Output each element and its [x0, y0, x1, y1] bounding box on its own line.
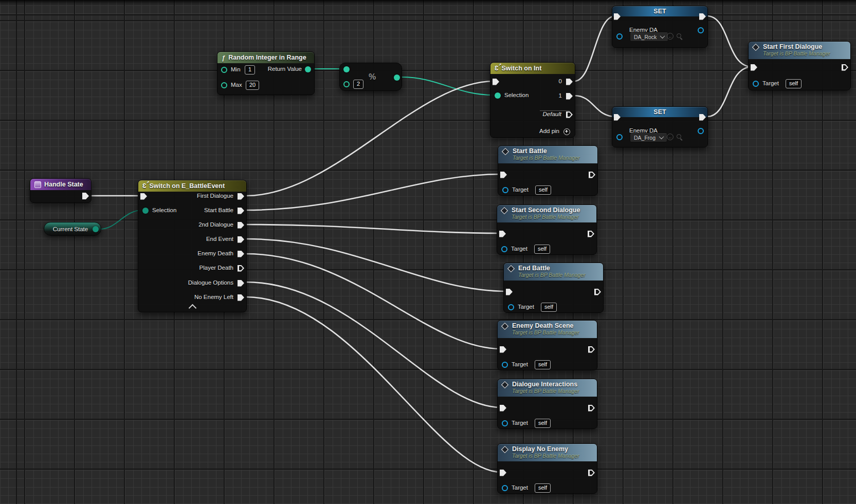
value-in-pin[interactable] [616, 33, 623, 40]
node-header: Start Second Dialogue Target is BP Battl… [497, 205, 596, 222]
target-pin[interactable] [502, 362, 508, 368]
target-label: Target [512, 361, 528, 367]
exec-out-pin-no-enemy-left[interactable] [238, 294, 244, 301]
exec-out-pin-player-death[interactable] [238, 265, 244, 272]
wire-startbattle-case[interactable] [246, 174, 502, 210]
exec-out-pin[interactable] [594, 289, 601, 295]
wire-firstdialogue-to-switchint[interactable] [246, 81, 494, 196]
use-selected-icon[interactable]: ← [667, 33, 673, 40]
value-in-pin[interactable] [616, 134, 623, 140]
target-pin[interactable] [502, 420, 508, 426]
max-value-box[interactable]: 20 [246, 81, 259, 90]
node-dialogue-interactions[interactable]: Dialogue Interactions Target is BP Battl… [497, 379, 597, 429]
exec-in-pin[interactable] [140, 193, 147, 200]
exec-out-pin[interactable] [588, 231, 594, 237]
selection-pin[interactable] [495, 92, 501, 99]
exec-out-pin-0[interactable] [566, 79, 573, 85]
exec-in-pin[interactable] [499, 231, 506, 237]
exec-in-pin[interactable] [500, 172, 507, 178]
target-pin[interactable] [508, 304, 514, 310]
collapse-chevron-icon[interactable] [189, 304, 197, 312]
modulo-a-pin[interactable] [343, 66, 350, 72]
exec-in-pin[interactable] [614, 114, 621, 121]
exec-out-pin[interactable] [699, 114, 706, 121]
exec-out-pin[interactable] [699, 13, 706, 20]
exec-out-pin[interactable] [588, 470, 595, 476]
node-switch-on-int[interactable]: Ɛ Switch on Int Selection 0 1 Default Ad… [490, 62, 575, 138]
target-value-box[interactable]: self [535, 419, 551, 428]
wire-switchint0-to-set-rock[interactable] [574, 16, 615, 81]
value-out-pin[interactable] [698, 27, 704, 33]
node-display-no-enemy[interactable]: Display No Enemy Target is BP Battle Man… [497, 443, 597, 494]
wire-noenemyleft-case[interactable] [246, 297, 501, 472]
use-selected-icon[interactable]: ← [667, 134, 673, 140]
target-value-box[interactable]: self [535, 360, 551, 369]
exec-in-pin[interactable] [500, 470, 506, 476]
exec-out-pin-dialogue-options[interactable] [238, 280, 244, 287]
max-pin[interactable] [221, 82, 227, 88]
target-value-box[interactable]: self [541, 303, 557, 312]
exec-out-pin[interactable] [588, 346, 595, 353]
node-start-first-dialogue[interactable]: Start First Dialogue Target is BP Battle… [748, 41, 851, 90]
node-random-integer-in-range[interactable]: ƒ Random Integer in Range Min 1 Max 20 R… [217, 51, 315, 95]
browse-icon[interactable] [676, 33, 683, 40]
target-value-box[interactable]: self [535, 185, 551, 195]
wire-2nddialogue-case[interactable] [246, 225, 501, 233]
node-enemy-death-scene[interactable]: Enemy Death Scene Target is BP Battle Ma… [497, 320, 597, 370]
target-value-box[interactable]: self [786, 79, 802, 88]
modulo-out-pin[interactable] [394, 74, 400, 81]
wire-set-rock-to-startfirstdialogue[interactable] [707, 16, 752, 67]
add-pin-icon[interactable] [563, 128, 570, 135]
selection-pin[interactable] [142, 208, 149, 214]
exec-out-pin-2nd-dialogue[interactable] [238, 222, 244, 229]
target-value-box[interactable]: self [535, 483, 551, 493]
target-pin[interactable] [753, 81, 759, 87]
exec-out-pin-enemy-death[interactable] [238, 251, 244, 257]
node-start-second-dialogue[interactable]: Start Second Dialogue Target is BP Battl… [497, 204, 597, 255]
node-end-battle[interactable]: End Battle Target is BP Battle Manager T… [503, 263, 604, 313]
blueprint-graph-canvas[interactable]: Handle State Current State Ɛ Switch on E… [0, 0, 856, 504]
node-set-enemy-da-frog[interactable]: SET Enemy DA DA_Frog ← [612, 106, 708, 147]
browse-icon[interactable] [676, 134, 683, 141]
target-pin[interactable] [502, 187, 508, 193]
modulo-b-value-box[interactable]: 2 [353, 80, 363, 89]
exec-in-pin[interactable] [751, 64, 757, 71]
return-value-pin[interactable] [305, 66, 311, 72]
node-start-battle[interactable]: Start Battle Target is BP Battle Manager… [498, 145, 598, 196]
exec-in-pin[interactable] [614, 13, 621, 20]
value-out-pin[interactable] [698, 128, 704, 134]
variable-out-pin[interactable] [93, 226, 99, 232]
exec-out-pin-first-dialogue[interactable] [238, 193, 244, 200]
wire-dialogueoptions-case[interactable] [246, 282, 501, 407]
wire-currentstate-to-selection[interactable] [100, 210, 142, 229]
exec-in-pin[interactable] [506, 289, 513, 295]
wire-switchint1-to-set-frog[interactable] [574, 96, 615, 117]
exec-out-pin-start-battle[interactable] [238, 208, 244, 214]
exec-out-pin-default[interactable] [566, 111, 573, 118]
exec-in-pin[interactable] [493, 79, 499, 85]
target-pin[interactable] [502, 485, 508, 491]
target-value-box[interactable]: self [534, 245, 550, 254]
exec-out-pin[interactable] [82, 193, 89, 199]
exec-out-pin[interactable] [842, 64, 848, 71]
node-current-state-getter[interactable]: Current State [44, 222, 101, 236]
exec-out-pin[interactable] [589, 172, 595, 178]
min-value-box[interactable]: 1 [245, 65, 255, 74]
asset-dropdown[interactable]: DA_Rock [630, 32, 668, 42]
wire-set-frog-to-startfirstdialogue[interactable] [707, 67, 752, 117]
exec-out-pin-1[interactable] [566, 93, 573, 100]
exec-in-pin[interactable] [500, 405, 506, 412]
target-pin[interactable] [501, 246, 507, 252]
exec-in-pin[interactable] [500, 346, 506, 353]
asset-dropdown[interactable]: DA_Frog [630, 133, 667, 142]
case-label: Enemy Death [197, 250, 233, 256]
modulo-b-pin[interactable] [343, 81, 350, 87]
node-modulo[interactable]: 2 % [339, 63, 402, 91]
node-handle-state[interactable]: Handle State [30, 178, 92, 203]
exec-out-pin[interactable] [588, 405, 595, 412]
node-switch-battle-event[interactable]: Ɛ Switch on E_BattleEvent Selection Firs… [138, 180, 247, 312]
min-pin[interactable] [221, 67, 227, 73]
exec-out-pin-end-event[interactable] [238, 236, 244, 243]
wire-endevent-case[interactable] [246, 239, 507, 291]
node-set-enemy-da-rock[interactable]: SET Enemy DA DA_Rock ← [612, 6, 708, 48]
